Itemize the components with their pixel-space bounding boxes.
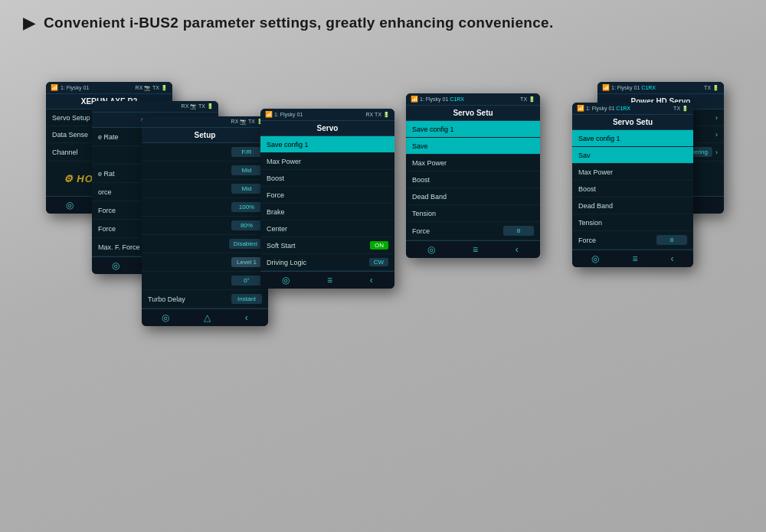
save2-label: Save [412, 142, 428, 150]
back-icon7[interactable]: ‹ [670, 253, 673, 264]
mid2-value: Mid [231, 184, 262, 194]
data-sense-label: Data Sense [52, 131, 88, 139]
menu-row-soft-start[interactable]: Soft Start ON [260, 237, 394, 254]
screen5-header: 📶 1: Flysky 01 C1RX TX 🔋 [406, 93, 540, 106]
screen6-signal-label: 1: Flysky 01 [611, 85, 640, 90]
screen2-header: RX 📷 TX 🔋 [92, 101, 218, 113]
force50-label: orce [98, 188, 112, 196]
menu-row-disabled[interactable]: Disabled [142, 235, 268, 253]
home-icon7[interactable]: ◎ [591, 253, 599, 264]
s7-save1-label: Save config 1 [578, 135, 620, 142]
screen6-rxtx: TX 🔋 [704, 85, 719, 91]
tension-label: Tension [412, 210, 436, 217]
triangle-icon3[interactable]: △ [204, 312, 211, 323]
screen3-title: Setup [142, 128, 268, 143]
menu-row-boost[interactable]: Boost [260, 170, 394, 187]
menu-row-fr[interactable]: F/R [142, 143, 268, 162]
screen7-signal-group: 📶 1: Flysky 01 C1RX [577, 105, 630, 112]
menu-row-force8[interactable]: Force 8 [406, 222, 540, 240]
menu-row-center[interactable]: Center [260, 220, 394, 237]
menu-row-mid2[interactable]: Mid [142, 180, 268, 198]
back-icon3[interactable]: ‹ [245, 312, 248, 323]
screen1-header: 📶 1: Flysky 01 RX 📷 TX 🔋 [46, 82, 172, 94]
disabled-value: Disabled [229, 239, 262, 249]
s7-dead-band-label: Dead Band [578, 202, 613, 210]
home-icon3[interactable]: ◎ [162, 312, 169, 323]
menu-row-force[interactable]: Force [260, 187, 394, 204]
channel-label: Channel [52, 149, 78, 156]
center-label: Center [267, 225, 287, 233]
screen7-footer: ◎ ≡ ‹ [572, 250, 693, 267]
screen7-c1rx: C1RX [616, 106, 630, 111]
turbo-value: Instant [231, 294, 262, 304]
driving-logic-label: Driving Logic [267, 259, 306, 266]
servo-setup-label: Servo Setup [52, 114, 90, 122]
back-icon4[interactable]: ‹ [370, 275, 373, 286]
menu-row-save1[interactable]: Save config 1 [406, 121, 540, 138]
screen5-signal-group: 📶 1: Flysky 01 C1RX [411, 96, 464, 103]
on-badge: ON [370, 241, 388, 250]
s7-force-value: 8 [656, 235, 687, 245]
menu-row-level1[interactable]: Level 1 [142, 253, 268, 272]
screen7-title: Servo Setu [572, 115, 693, 130]
menu-row-100pct[interactable]: 100% [142, 198, 268, 217]
screens-container: 📶 1: Flysky 01 RX 📷 TX 🔋 XERUN AXE R2 Se… [0, 40, 766, 518]
screen3-header: RX 📷 TX 🔋 [142, 116, 268, 128]
menu-row-driving-logic[interactable]: Driving Logic CW [260, 254, 394, 271]
screen7-signal-icon: 📶 [577, 105, 584, 112]
menu-row-max-power[interactable]: Max Power [260, 153, 394, 170]
s6-chevron-icon: › [715, 114, 718, 122]
force100-label: Force [98, 207, 116, 214]
deg-value: 0° [231, 276, 262, 286]
s7-tension-label: Tension [578, 219, 602, 227]
home-icon5[interactable]: ◎ [427, 244, 435, 255]
s7-force-label: Force [578, 237, 596, 244]
menu-row-s7-save1[interactable]: Save config 1 [572, 130, 693, 147]
menu-row-0deg[interactable]: 0° [142, 272, 268, 290]
menu-row-max-power2[interactable]: Max Power [406, 155, 540, 171]
screen6-signal-group: 📶 1: Flysky 01 C1RX [602, 84, 656, 91]
save-config-label: Save config 1 [267, 141, 309, 149]
menu-row-s7-max-power[interactable]: Max Power [572, 164, 693, 181]
menu-row-80pct[interactable]: 80% [142, 217, 268, 235]
boost-label: Boost [267, 175, 284, 182]
level1-value: Level 1 [231, 257, 262, 267]
s7-save2-label: Sav [578, 152, 591, 159]
menu-row-s7-save2[interactable]: Sav [572, 147, 693, 164]
screen4-signal-group: 📶 1: Flysky 01 [265, 111, 303, 118]
menu-row-brake[interactable]: Brake [260, 204, 394, 220]
back-icon5[interactable]: ‹ [516, 244, 519, 255]
menu-row-mid1[interactable]: Mid [142, 162, 268, 180]
s7-max-power-label: Max Power [578, 168, 613, 176]
brake-label: Brake [267, 208, 285, 216]
screen5-title: Servo Setu [406, 106, 540, 121]
rx-tx-label: RX 📷 TX 🔋 [136, 85, 168, 91]
home-icon[interactable]: ◎ [66, 200, 74, 211]
home-icon4[interactable]: ◎ [282, 275, 290, 286]
menu-row-tension[interactable]: Tension [406, 205, 540, 222]
menu-icon5[interactable]: ≡ [473, 244, 478, 255]
menu-row-s7-dead-band[interactable]: Dead Band [572, 197, 693, 214]
soft-start-label: Soft Start [267, 242, 296, 250]
signal-label: 1: Flysky 01 [61, 85, 89, 90]
menu-row-save-config[interactable]: Save config 1 [260, 136, 394, 153]
menu-icon4[interactable]: ≡ [327, 275, 332, 286]
force80-label: Force [98, 225, 116, 233]
mid1-value: Mid [231, 165, 262, 175]
menu-row-s7-force[interactable]: Force 8 [572, 231, 693, 250]
menu-row-dead-band[interactable]: Dead Band [406, 188, 540, 205]
screen5-rxtx: TX 🔋 [520, 96, 535, 103]
home-icon2[interactable]: ◎ [112, 260, 119, 271]
c1rx-label: C1RX [450, 96, 464, 102]
screen7-header: 📶 1: Flysky 01 C1RX TX 🔋 [572, 103, 693, 115]
rate2-label: e Rat [98, 170, 115, 178]
menu-row-turbo[interactable]: Turbo Delay Instant [142, 290, 268, 308]
menu-icon7[interactable]: ≡ [632, 253, 637, 264]
max-power2-label: Max Power [412, 159, 447, 167]
rate-label: e Rate [98, 133, 119, 141]
menu-row-save2[interactable]: Save [406, 138, 540, 155]
menu-row-s7-boost[interactable]: Boost [572, 181, 693, 197]
menu-row-s7-tension[interactable]: Tension [572, 214, 693, 231]
menu-row-boost2[interactable]: Boost [406, 171, 540, 188]
force8-label: Force [412, 227, 430, 235]
